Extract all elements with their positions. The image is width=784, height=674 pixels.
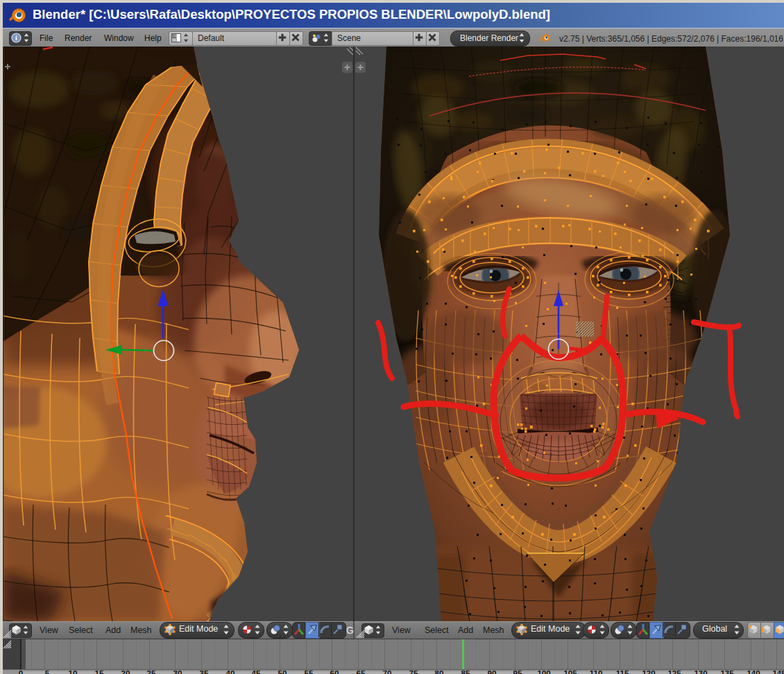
svg-text:i: i [15,34,17,42]
